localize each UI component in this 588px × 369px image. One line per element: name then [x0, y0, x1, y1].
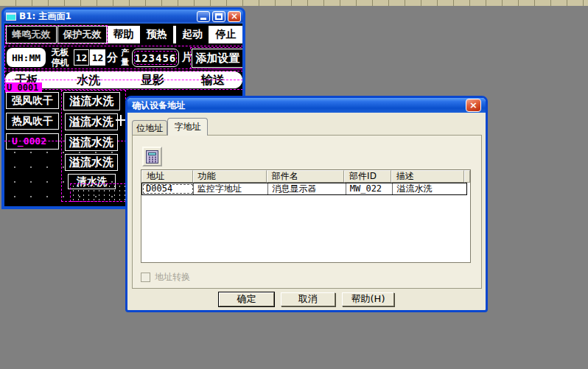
header-address[interactable]: 地址: [141, 170, 193, 183]
tab-word-address[interactable]: 字地址: [167, 118, 208, 136]
piece-unit-label: 片: [182, 51, 192, 64]
editor-window-titlebar[interactable]: B1: 主画面1 ×: [4, 10, 243, 24]
no-board-stop-label: 无板 停机: [47, 47, 73, 68]
confirm-address-dialog: 确认设备地址 × 位地址 字地址 地址 功能 部件名: [125, 96, 488, 312]
tab-bit-address[interactable]: 位地址: [132, 120, 167, 136]
close-icon: ×: [231, 11, 238, 21]
hours-field[interactable]: 12: [74, 49, 89, 66]
header-description[interactable]: 描述: [391, 170, 464, 183]
address-table[interactable]: 地址 功能 部件名 部件ID 描述 D0054 监控字地址 消息显示器 MW_0…: [141, 169, 471, 263]
header-function[interactable]: 功能: [193, 170, 267, 183]
cell-part-name[interactable]: 消息显示器: [268, 183, 346, 194]
clock-display: HH:MM: [7, 48, 46, 67]
header-filler: [464, 170, 470, 183]
preheat-button[interactable]: 预热: [140, 26, 173, 43]
cell-part-id[interactable]: MW_022: [346, 183, 393, 194]
dialog-titlebar[interactable]: 确认设备地址 ×: [127, 98, 486, 113]
address-input-button[interactable]: [142, 147, 162, 166]
tab-pane: 地址 功能 部件名 部件ID 描述 D0054 监控字地址 消息显示器 MW_0…: [132, 135, 482, 289]
dialog-body: 位地址 字地址 地址 功能 部件名 部件ID 描述: [127, 113, 486, 310]
address-convert-label: 地址转换: [155, 271, 190, 284]
help-button[interactable]: 帮助(H): [342, 292, 394, 306]
strong-wind-dry-button[interactable]: 强风吹干: [6, 92, 59, 109]
dialog-close-button[interactable]: ×: [466, 99, 481, 112]
counter-display[interactable]: 123456: [132, 49, 179, 67]
stop-button[interactable]: 停止: [209, 26, 242, 43]
minimize-icon: [200, 18, 206, 20]
overflow-wash-button-1[interactable]: 溢流水洗: [63, 92, 120, 110]
ok-button[interactable]: 确定: [219, 292, 274, 306]
section-wash[interactable]: 水洗: [77, 73, 100, 88]
add-setting-button[interactable]: 添加设置: [192, 49, 242, 68]
top-button-strip: 帮助 预热 起动 停止: [108, 26, 242, 43]
table-header-row: 地址 功能 部件名 部件ID 描述: [141, 170, 470, 183]
cell-function[interactable]: 监控字地址: [194, 183, 269, 194]
cell-description[interactable]: 溢流水洗: [393, 183, 466, 194]
minute-unit-label: 分: [107, 51, 118, 65]
header-part-name[interactable]: 部件名: [267, 170, 344, 183]
overflow-wash-button-2[interactable]: 溢流水洗: [65, 113, 118, 130]
address-convert-row: 地址转换: [141, 271, 190, 284]
table-row[interactable]: D0054 监控字地址 消息显示器 MW_022 溢流水洗: [141, 183, 467, 195]
production-label: 产 量: [119, 48, 131, 67]
dialog-title: 确认设备地址: [132, 99, 185, 112]
header-part-id[interactable]: 部件ID: [344, 170, 391, 183]
ruler-strip: [0, 0, 588, 6]
window-icon: [6, 13, 16, 21]
cell-address[interactable]: D0054: [142, 183, 194, 194]
close-button[interactable]: ×: [228, 11, 241, 22]
selection-line: [4, 80, 242, 80]
section-develop[interactable]: 显影: [141, 73, 164, 88]
minimize-button[interactable]: [197, 11, 210, 22]
hot-wind-dry-button[interactable]: 热风吹干: [6, 113, 59, 130]
minutes-field[interactable]: 12: [90, 49, 105, 66]
close-icon: ×: [469, 99, 477, 110]
dialog-buttons: 确定 取消 帮助(H): [127, 292, 486, 306]
help-button[interactable]: 帮助: [108, 26, 139, 43]
canvas-grid-dots: [7, 145, 128, 204]
section-transport[interactable]: 输送: [201, 73, 225, 88]
screen: B1: 主画面1 × 蜂鸣无效 保护无效 帮助 预热 起动 停止 HH:MM 无: [0, 0, 588, 369]
buzzer-disable-button[interactable]: 蜂鸣无效: [6, 26, 57, 43]
start-button[interactable]: 起动: [176, 26, 209, 43]
object-label-u0001[interactable]: U_0001: [5, 82, 42, 93]
cancel-button[interactable]: 取消: [281, 292, 335, 306]
address-convert-checkbox[interactable]: [141, 273, 150, 282]
calculator-icon: [146, 150, 158, 164]
maximize-button[interactable]: [212, 11, 225, 22]
maximize-icon: [215, 13, 223, 20]
window-title: B1: 主画面1: [19, 10, 71, 23]
protect-disable-button[interactable]: 保护无效: [57, 26, 107, 43]
